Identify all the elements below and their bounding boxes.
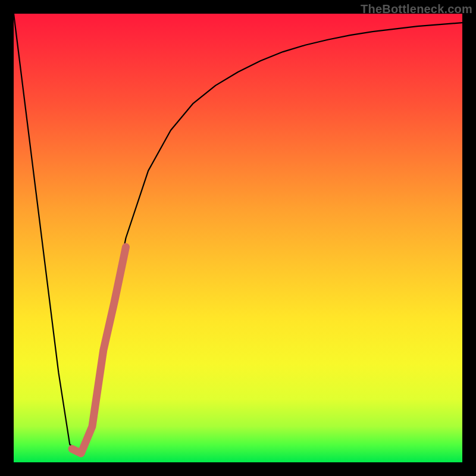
plot-area [14, 14, 462, 462]
chart-svg [14, 14, 462, 462]
watermark-text: TheBottleneck.com [361, 2, 472, 16]
chart-frame: TheBottleneck.com [0, 0, 476, 476]
bottleneck-curve-path [14, 14, 462, 453]
highlight-segment-path [72, 247, 126, 453]
main-curve [14, 14, 462, 453]
highlight-curve [72, 247, 126, 453]
